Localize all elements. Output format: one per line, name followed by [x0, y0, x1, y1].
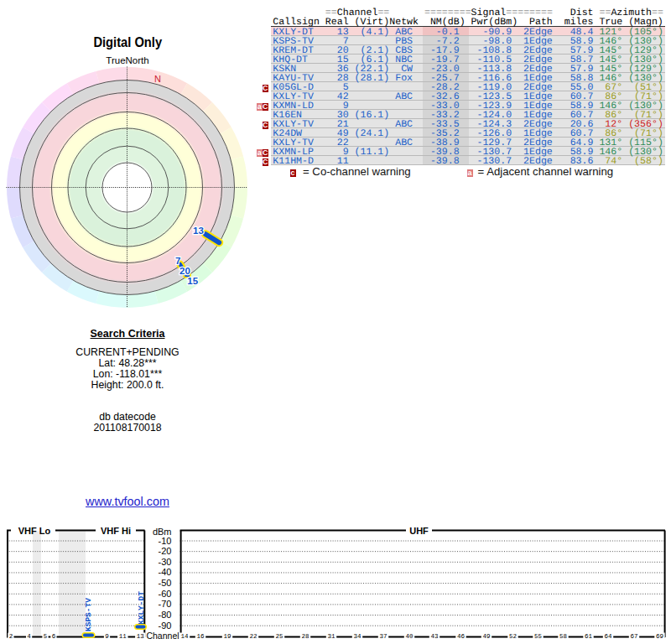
- svg-text:9: 9: [105, 633, 109, 640]
- svg-text:-50: -50: [159, 578, 172, 588]
- svg-text:14: 14: [180, 633, 189, 640]
- svg-text:52: 52: [509, 633, 517, 640]
- svg-text:20: 20: [179, 266, 190, 276]
- svg-text:34: 34: [353, 633, 362, 640]
- svg-text:5: 5: [44, 633, 48, 640]
- svg-text:25: 25: [275, 633, 283, 640]
- svg-text:VHF Lo: VHF Lo: [18, 526, 51, 536]
- svg-text:4: 4: [27, 633, 31, 640]
- svg-text:15: 15: [187, 276, 198, 286]
- svg-text:VHF Hi: VHF Hi: [101, 526, 131, 536]
- svg-text:N: N: [154, 74, 161, 84]
- svg-text:28: 28: [301, 633, 309, 640]
- svg-text:49: 49: [482, 633, 490, 640]
- svg-text:61: 61: [585, 633, 593, 640]
- svg-text:31: 31: [327, 633, 336, 640]
- svg-text:69: 69: [656, 633, 663, 640]
- svg-text:11: 11: [119, 633, 127, 640]
- svg-text:43: 43: [430, 633, 439, 640]
- svg-text:67: 67: [630, 633, 637, 640]
- svg-text:-90: -90: [159, 621, 172, 631]
- svg-text:46: 46: [457, 633, 466, 640]
- svg-text:13: 13: [193, 226, 204, 236]
- svg-text:13: 13: [137, 633, 145, 640]
- svg-text:2: 2: [9, 633, 13, 640]
- svg-text:22: 22: [249, 633, 257, 640]
- svg-text:37: 37: [379, 633, 387, 640]
- svg-text:-80: -80: [159, 610, 172, 620]
- svg-text:7: 7: [175, 256, 180, 266]
- svg-text:-30: -30: [159, 557, 172, 567]
- svg-text:KSPS-TV: KSPS-TV: [84, 598, 93, 631]
- svg-text:-60: -60: [159, 589, 172, 599]
- svg-text:6: 6: [52, 633, 56, 640]
- svg-text:64: 64: [604, 633, 612, 640]
- svg-text:40: 40: [405, 633, 414, 640]
- svg-text:58: 58: [559, 633, 567, 640]
- svg-text:-10: -10: [159, 536, 172, 546]
- svg-text:UHF: UHF: [409, 526, 429, 536]
- svg-text:KXLY-DT: KXLY-DT: [137, 591, 146, 625]
- svg-text:-20: -20: [159, 546, 172, 556]
- svg-text:-40: -40: [159, 567, 172, 577]
- svg-text:-70: -70: [159, 599, 172, 609]
- svg-text:16: 16: [196, 633, 205, 640]
- svg-text:19: 19: [223, 633, 231, 640]
- svg-text:Channel: Channel: [146, 631, 179, 641]
- svg-text:55: 55: [534, 633, 543, 640]
